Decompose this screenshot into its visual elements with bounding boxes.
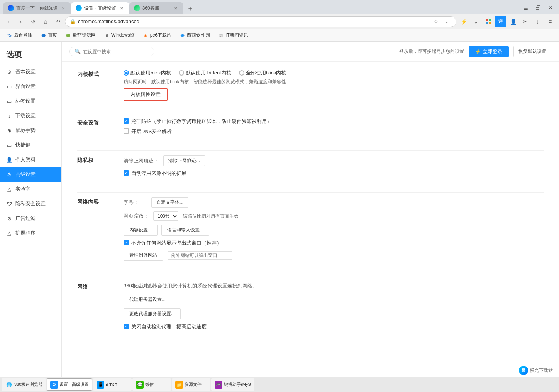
taskbar-icon-files: 📁 [175, 381, 183, 389]
content-settings-button[interactable]: 内容设置... [124, 225, 158, 236]
toolbar-right: ⚡ ⌄ 译 👤 ✂ ↓ ≡ [458, 16, 556, 27]
radio-trident [179, 70, 184, 76]
scissors-icon[interactable]: ✂ [520, 16, 531, 27]
font-button[interactable]: 自定义字体... [151, 197, 188, 208]
star-icon[interactable]: ☆ [431, 17, 440, 26]
sidebar-item-privacy-security[interactable]: 🛡 隐私安全设置 [0, 196, 61, 211]
tab-settings[interactable]: 设置 - 高级设置 ✕ [71, 2, 129, 14]
back-button[interactable]: ‹ [3, 16, 14, 27]
lock-icon: 🔒 [70, 19, 76, 24]
sidebar-item-profile[interactable]: 👤 个人资料 [0, 152, 61, 167]
popup-exceptions-row: 管理例外网站 [124, 250, 544, 261]
mine-guard-checkbox[interactable]: ✓ 挖矿防护（禁止执行数字货币挖矿脚本，防止硬件资源被利用） [124, 118, 544, 125]
settings-content: 内核模式 默认使用blink内核 默认使用Trident内核 [62, 62, 559, 377]
bookmark-oufeiziyuan[interactable]: 🟢 欧菲资源网 [62, 31, 99, 39]
sidebar-label-extensions: 扩展程序 [15, 230, 36, 237]
taskbar-item-game[interactable]: 🎮 键桃助手(MyS [211, 378, 254, 391]
refresh-button[interactable]: ↺ [28, 16, 39, 27]
login-button[interactable]: ⚡ 立即登录 [469, 46, 509, 57]
dns-secure-checkbox[interactable]: 开启DNS安全解析 [124, 128, 544, 135]
mine-guard-check-icon: ✓ [125, 119, 128, 123]
popup-exceptions-input[interactable] [168, 251, 232, 260]
bookmark-pc6[interactable]: ◉ pc6下载站 [139, 31, 174, 39]
extensions-icon[interactable]: ⚡ [458, 16, 469, 27]
tab-close-support[interactable]: ✕ [173, 5, 179, 11]
taskbar-item-wechat[interactable]: 💬 微信 [132, 378, 171, 391]
menu-icon[interactable]: ≡ [544, 16, 556, 27]
dns-secure-label: 开启DNS安全解析 [131, 128, 172, 135]
bookmark-baidu[interactable]: 🔵 百度 [37, 31, 60, 39]
language-settings-button[interactable]: 语言和输入设置... [161, 225, 209, 236]
extensions-sidebar-icon: △ [6, 230, 12, 236]
translate-icon[interactable]: ⌄ [442, 17, 451, 26]
auto-proxy-checkbox[interactable]: ✓ 关闭自动检测代理，提高启动速度 [124, 323, 544, 330]
security-section-body: ✓ 挖矿防护（禁止执行数字货币挖矿脚本，防止硬件资源被利用） 开启DNS安全解析 [124, 118, 544, 138]
kernel-option-trident[interactable]: 默认使用Trident内核 [179, 69, 231, 76]
zoom-select[interactable]: 100% 75% 90% 110% 125% 150% [153, 211, 178, 221]
search-box[interactable]: 🔍 [69, 47, 154, 56]
kernel-switch-button[interactable]: 内核切换设置 [124, 88, 168, 101]
kernel-option-blink-default[interactable]: 默认使用blink内核 [124, 69, 171, 76]
popup-block-checkbox[interactable]: ✓ 不允许任何网站显示弹出式窗口（推荐） [124, 240, 544, 247]
restore-defaults-button[interactable]: 恢复默认设置 [513, 46, 551, 57]
bookmark-label-xixiruanjian: 西西软件园 [187, 32, 210, 39]
taskbar-label-wechat: 微信 [145, 382, 168, 387]
taskbar-icon-wechat: 💬 [136, 381, 144, 389]
user-icon[interactable]: 👤 [507, 16, 519, 27]
minimize-button[interactable]: 🗕 [520, 2, 531, 13]
sidebar-label-ad-filter: 广告过滤 [15, 215, 36, 222]
radio-blink-default [124, 70, 129, 76]
sidebar-item-basic[interactable]: ⊙ 基本设置 [0, 64, 61, 79]
url-actions: ☆ ⌄ [431, 17, 451, 26]
popup-block-label: 不允许任何网站显示弹出式窗口（推荐） [131, 240, 222, 247]
manage-exceptions-button[interactable]: 管理例外网站 [124, 250, 163, 261]
bookmark-label-dashboard: 后台登陆 [14, 32, 32, 39]
bookmark-windows[interactable]: 🖥 Windows壁 [100, 31, 138, 39]
url-bar[interactable]: 🔒 chrome://settings/advanced ☆ ⌄ [65, 16, 456, 27]
translate-btn[interactable]: 译 [495, 16, 506, 27]
change-proxy-button[interactable]: 更改代理服务器设置... [124, 308, 181, 319]
sidebar-label-profile: 个人资料 [15, 156, 36, 163]
taskbar-item-settings[interactable]: ⚙ 设置 - 高级设置 [47, 378, 92, 391]
zoom-hint: 该缩放比例对所有页面生效 [183, 213, 239, 220]
sidebar-item-mouse[interactable]: ⊕ 鼠标手势 [0, 123, 61, 138]
disable-unknown-ext-checkbox[interactable]: ✓ 自动停用来源不明的扩展 [124, 170, 544, 177]
download-icon[interactable]: ↓ [532, 16, 544, 27]
sidebar-item-shortcuts[interactable]: ▭ 快捷键 [0, 138, 61, 152]
taskbar-label-tnt: d T&T [106, 382, 128, 387]
address-bar: ‹ › ↺ ⌂ ↶ 🔒 chrome://settings/advanced ☆… [0, 14, 559, 29]
sidebar-item-lab[interactable]: △ 实验室 [0, 182, 61, 196]
new-tab-button[interactable]: ＋ [185, 3, 196, 14]
bookmark-xixiruanjian[interactable]: 🔷 西西软件园 [176, 31, 213, 39]
kernel-option-blink-all[interactable]: 全部使用blink内核 [239, 69, 286, 76]
history-button[interactable]: ↶ [53, 16, 63, 27]
taskbar-item-files[interactable]: 📁 资源文件 [172, 378, 210, 391]
bookmark-dashboard[interactable]: 🐾 后台登陆 [3, 31, 36, 39]
forward-button[interactable]: › [15, 16, 26, 27]
tab-baidu[interactable]: 百度一下，你就知道 ✕ [3, 2, 71, 14]
tab-close-baidu[interactable]: ✕ [60, 5, 66, 11]
sidebar-item-interface[interactable]: ▭ 界面设置 [0, 79, 61, 94]
close-button[interactable]: ✕ [545, 2, 556, 13]
zoom-row: 网页缩放： 100% 75% 90% 110% 125% 150% 该缩放比例对… [124, 211, 544, 221]
taskbar-label-browser: 360极速浏览器 [14, 382, 42, 387]
grid-apps-icon[interactable] [483, 16, 494, 27]
bookmark-itnews[interactable]: 📰 IT新闻资讯 [215, 31, 251, 39]
sidebar-item-download[interactable]: ↓ 下载设置 [0, 108, 61, 123]
home-button[interactable]: ⌂ [40, 16, 51, 27]
sidebar-item-advanced[interactable]: ⚙ 高级设置 [0, 167, 61, 182]
proxy-settings-button[interactable]: 代理服务器设置... [124, 294, 171, 305]
taskbar-item-tnt[interactable]: 📱 d T&T [93, 378, 132, 391]
search-input[interactable] [83, 49, 145, 54]
disable-unknown-ext-check-icon: ✓ [125, 171, 128, 175]
clear-history-button[interactable]: 清除上网痕迹... [163, 155, 205, 166]
tab-close-settings[interactable]: ✕ [119, 5, 125, 11]
sidebar-item-tabs[interactable]: ▭ 标签设置 [0, 94, 61, 108]
restore-button[interactable]: 🗗 [533, 2, 544, 13]
sidebar-item-ad-filter[interactable]: ⊘ 广告过滤 [0, 211, 61, 226]
sidebar-item-extensions[interactable]: △ 扩展程序 [0, 226, 61, 240]
chevron-down-icon[interactable]: ⌄ [470, 16, 482, 27]
content-action-btns: 内容设置... 语言和输入设置... [124, 225, 544, 236]
tab-support[interactable]: 360客服 ✕ [129, 2, 183, 14]
taskbar-item-browser[interactable]: 🌐 360极速浏览器 [2, 378, 46, 391]
